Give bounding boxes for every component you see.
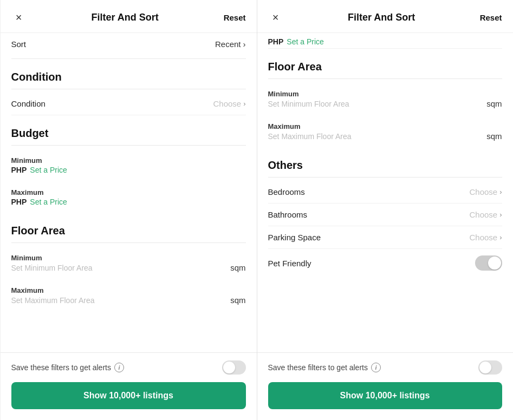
floor-max-placeholder-2[interactable]: Set Maximum Floor Area xyxy=(268,132,352,141)
others-divider xyxy=(268,177,502,178)
floor-max-row-2: Set Maximum Floor Area sqm xyxy=(268,132,502,144)
bedrooms-value: Choose › xyxy=(469,187,502,196)
budget-section-title: Budget xyxy=(11,127,246,140)
close-button-2[interactable]: × xyxy=(268,10,283,25)
floor-min-unit-1: sqm xyxy=(230,263,245,272)
panel-1-header: × Filter And Sort Reset xyxy=(1,0,257,33)
floor-max-placeholder-1[interactable]: Set Maximum Floor Area xyxy=(11,296,95,305)
bathrooms-value: Choose › xyxy=(469,210,502,219)
floor-min-placeholder-1[interactable]: Set Minimum Floor Area xyxy=(11,264,93,272)
save-alerts-left-2: Save these filters to get alerts i xyxy=(268,363,381,372)
sort-value-text: Recent xyxy=(215,40,241,49)
partial-placeholder[interactable]: Set a Price xyxy=(287,37,323,46)
sort-value: Recent › xyxy=(215,40,246,49)
floor-area-divider-1 xyxy=(11,242,246,243)
floor-max-label-1: Maximum xyxy=(11,286,246,294)
save-alerts-text-1: Save these filters to get alerts xyxy=(11,363,111,372)
panel-1-footer: Save these filters to get alerts i Show … xyxy=(1,352,257,420)
save-alerts-left-1: Save these filters to get alerts i xyxy=(11,363,124,372)
sort-label: Sort xyxy=(11,40,27,49)
budget-divider xyxy=(11,145,246,146)
bedrooms-row[interactable]: Bedrooms Choose › xyxy=(268,181,502,204)
condition-chevron: › xyxy=(243,100,245,108)
info-icon-2: i xyxy=(371,363,381,372)
pet-friendly-toggle[interactable] xyxy=(475,255,502,271)
partial-php: PHP xyxy=(268,37,284,46)
pet-friendly-label: Pet Friendly xyxy=(268,259,311,268)
floor-area-section-title-1: Floor Area xyxy=(11,225,246,237)
budget-maximum: Maximum PHP Set a Price xyxy=(11,181,246,213)
floor-minimum-1: Minimum Set Minimum Floor Area sqm xyxy=(11,246,246,279)
sort-row[interactable]: Sort Recent › xyxy=(11,33,246,55)
condition-choose: Choose xyxy=(213,99,241,108)
bathrooms-chevron: › xyxy=(499,211,502,219)
panel-2-header: × Filter And Sort Reset xyxy=(257,0,513,33)
budget-max-placeholder[interactable]: Set a Price xyxy=(30,198,67,206)
reset-button-1[interactable]: Reset xyxy=(224,13,246,22)
floor-max-unit-1: sqm xyxy=(230,296,245,305)
floor-max-row-1: Set Maximum Floor Area sqm xyxy=(11,296,246,308)
condition-label: Condition xyxy=(11,99,46,108)
floor-max-label-2: Maximum xyxy=(268,122,502,130)
save-alerts-toggle-1[interactable] xyxy=(222,360,246,375)
others-section-title: Others xyxy=(268,159,502,172)
bedrooms-chevron: › xyxy=(499,188,502,196)
show-listings-btn-2[interactable]: Show 10,000+ listings xyxy=(268,382,502,409)
floor-area-section-title-2: Floor Area xyxy=(268,61,502,73)
floor-maximum-1: Maximum Set Maximum Floor Area sqm xyxy=(11,279,246,311)
budget-min-php: PHP xyxy=(11,166,27,174)
pet-friendly-row: Pet Friendly xyxy=(268,249,502,277)
bathrooms-row[interactable]: Bathrooms Choose › xyxy=(268,204,502,226)
bedrooms-label: Bedrooms xyxy=(268,187,305,196)
parking-choose: Choose xyxy=(469,233,497,242)
floor-minimum-2: Minimum Set Minimum Floor Area sqm xyxy=(268,82,502,115)
toggle-circle-1 xyxy=(223,362,235,373)
save-alerts-row-1: Save these filters to get alerts i xyxy=(11,360,246,375)
toggle-circle-2 xyxy=(479,362,491,373)
floor-min-placeholder-2[interactable]: Set Minimum Floor Area xyxy=(268,100,349,108)
floor-min-label-1: Minimum xyxy=(11,254,246,262)
condition-row[interactable]: Condition Choose › xyxy=(11,93,246,115)
panel-2-footer: Save these filters to get alerts i Show … xyxy=(257,352,513,420)
budget-maximum-label: Maximum xyxy=(11,188,246,196)
parking-label: Parking Space xyxy=(268,233,321,242)
save-alerts-toggle-2[interactable] xyxy=(478,360,502,375)
parking-value: Choose › xyxy=(469,233,502,242)
save-alerts-row-2: Save these filters to get alerts i xyxy=(268,360,502,375)
budget-minimum: Minimum PHP Set a Price xyxy=(11,149,246,181)
partial-budget-row: PHP Set a Price xyxy=(268,33,502,49)
condition-section-title: Condition xyxy=(11,71,246,83)
condition-divider xyxy=(11,89,246,89)
panel-1-content: Sort Recent › Condition Condition Choose… xyxy=(1,33,257,352)
bathrooms-choose: Choose xyxy=(469,210,497,219)
panel-2-content: PHP Set a Price Floor Area Minimum Set M… xyxy=(257,33,513,352)
floor-maximum-2: Maximum Set Maximum Floor Area sqm xyxy=(268,115,502,147)
save-alerts-text-2: Save these filters to get alerts xyxy=(268,363,368,372)
condition-value: Choose › xyxy=(213,99,245,108)
parking-row[interactable]: Parking Space Choose › xyxy=(268,226,502,249)
budget-minimum-label: Minimum xyxy=(11,156,246,165)
floor-min-unit-2: sqm xyxy=(486,99,502,108)
pet-friendly-toggle-circle xyxy=(488,257,501,270)
reset-button-2[interactable]: Reset xyxy=(480,13,502,22)
floor-max-unit-2: sqm xyxy=(486,132,502,141)
floor-min-row-1: Set Minimum Floor Area sqm xyxy=(11,263,246,275)
panel-1: × Filter And Sort Reset Sort Recent › Co… xyxy=(1,0,257,420)
close-button-1[interactable]: × xyxy=(11,10,27,25)
sort-divider xyxy=(11,58,246,59)
budget-maximum-row: PHP Set a Price xyxy=(11,198,246,209)
bathrooms-label: Bathrooms xyxy=(268,210,308,219)
parking-chevron: › xyxy=(499,233,502,241)
sort-chevron: › xyxy=(243,40,246,49)
floor-area-divider-2 xyxy=(268,78,502,79)
show-listings-btn-1[interactable]: Show 10,000+ listings xyxy=(11,382,246,409)
floor-min-label-2: Minimum xyxy=(268,90,502,98)
panel-2-title: Filter And Sort xyxy=(283,12,480,23)
panel-1-title: Filter And Sort xyxy=(27,12,224,23)
info-icon-1: i xyxy=(114,363,124,372)
budget-max-php: PHP xyxy=(11,198,27,206)
budget-min-placeholder[interactable]: Set a Price xyxy=(30,166,67,174)
budget-minimum-row: PHP Set a Price xyxy=(11,166,246,178)
panel-2: × Filter And Sort Reset PHP Set a Price … xyxy=(257,0,513,420)
floor-min-row-2: Set Minimum Floor Area sqm xyxy=(268,99,502,111)
